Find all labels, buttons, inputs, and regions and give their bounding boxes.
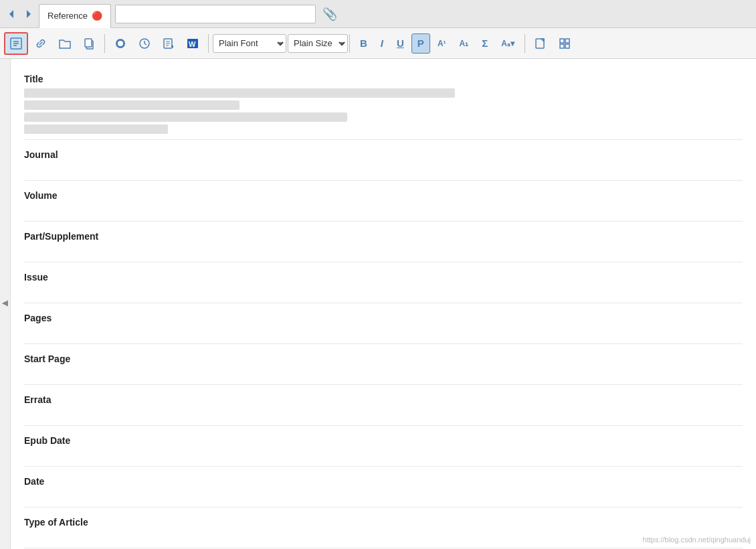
svg-text:W: W bbox=[189, 40, 196, 48]
field-label-epub_date: Epub Date bbox=[24, 435, 743, 446]
svg-rect-26 bbox=[565, 44, 569, 48]
back-button[interactable] bbox=[3, 7, 20, 21]
export-button[interactable] bbox=[529, 32, 552, 55]
italic-button[interactable]: I bbox=[375, 33, 389, 54]
redacted-content bbox=[24, 88, 743, 134]
watermark: https://blog.csdn.net/qinghuanduj bbox=[643, 536, 751, 544]
field-label-type_of_article: Type of Article bbox=[24, 517, 743, 528]
note-button[interactable] bbox=[157, 32, 180, 55]
field-value-start_page[interactable] bbox=[24, 368, 743, 382]
field-item-epub_date: Epub Date bbox=[24, 426, 743, 467]
main-content: ▶ TitleJournalVolumePart/SupplementIssue… bbox=[0, 59, 756, 549]
field-label-errata: Errata bbox=[24, 394, 743, 405]
field-item-date: Date bbox=[24, 467, 743, 507]
left-gutter: ▶ bbox=[0, 59, 11, 549]
word-button[interactable]: W bbox=[181, 32, 204, 55]
bold-button[interactable]: B bbox=[354, 33, 373, 54]
separator-3 bbox=[349, 34, 350, 53]
tab-icon: 🔴 bbox=[92, 11, 102, 21]
field-label-date: Date bbox=[24, 476, 743, 487]
field-label-start_page: Start Page bbox=[24, 354, 743, 364]
field-label-part_supplement: Part/Supplement bbox=[24, 231, 743, 242]
font-select[interactable]: Plain Font bbox=[213, 34, 286, 53]
field-value-issue[interactable] bbox=[24, 287, 743, 300]
underline-button[interactable]: U bbox=[391, 33, 410, 54]
content-area: TitleJournalVolumePart/SupplementIssuePa… bbox=[11, 59, 756, 549]
field-value-journal[interactable] bbox=[24, 164, 743, 177]
field-item-pages: Pages bbox=[24, 303, 743, 344]
field-value-date[interactable] bbox=[24, 491, 743, 504]
separator-1 bbox=[104, 34, 105, 53]
size-select[interactable]: Plain Size bbox=[288, 34, 348, 53]
tab-bar: Reference 🔴 📎 bbox=[0, 0, 756, 28]
svg-marker-0 bbox=[9, 10, 13, 18]
field-item-title: Title bbox=[24, 64, 743, 140]
layout-button[interactable] bbox=[553, 32, 576, 55]
paragraph-button[interactable]: P bbox=[411, 33, 430, 54]
attachment-icon[interactable]: 📎 bbox=[322, 7, 337, 21]
svg-line-12 bbox=[145, 44, 147, 45]
url-bar bbox=[115, 5, 316, 23]
field-value-part_supplement[interactable] bbox=[24, 246, 743, 259]
field-label-pages: Pages bbox=[24, 313, 743, 323]
new-reference-button[interactable] bbox=[4, 32, 28, 55]
svg-marker-1 bbox=[27, 10, 31, 18]
svg-rect-7 bbox=[85, 39, 92, 47]
link-button[interactable] bbox=[29, 32, 52, 55]
tab-label: Reference bbox=[48, 11, 88, 21]
svg-rect-24 bbox=[565, 39, 569, 43]
copy-button[interactable] bbox=[78, 32, 100, 55]
field-item-journal: Journal bbox=[24, 140, 743, 181]
field-item-errata: Errata bbox=[24, 385, 743, 426]
superscript-button[interactable]: A¹ bbox=[432, 33, 452, 54]
subscript-button[interactable]: A₁ bbox=[454, 33, 475, 54]
svg-rect-25 bbox=[560, 44, 564, 48]
field-label-journal: Journal bbox=[24, 149, 743, 160]
field-value-pages[interactable] bbox=[24, 327, 743, 341]
separator-4 bbox=[525, 34, 525, 53]
field-label-volume: Volume bbox=[24, 190, 743, 201]
collapse-arrow[interactable]: ▶ bbox=[2, 299, 8, 309]
forward-button[interactable] bbox=[20, 7, 37, 21]
field-label-title: Title bbox=[24, 74, 743, 84]
field-item-volume: Volume bbox=[24, 181, 743, 222]
svg-point-9 bbox=[118, 41, 123, 46]
folder-button[interactable] bbox=[54, 32, 76, 55]
field-value-volume[interactable] bbox=[24, 205, 743, 218]
field-item-type_of_article: Type of Article bbox=[24, 507, 743, 548]
field-item-start_page: Start Page bbox=[24, 344, 743, 385]
field-value-type_of_article[interactable] bbox=[24, 532, 743, 545]
aa-button[interactable]: Aₐ▾ bbox=[495, 33, 521, 54]
circle-button[interactable] bbox=[109, 32, 132, 55]
sigma-button[interactable]: Σ bbox=[476, 33, 494, 54]
field-value-epub_date[interactable] bbox=[24, 450, 743, 463]
svg-rect-23 bbox=[560, 39, 564, 43]
field-label-issue: Issue bbox=[24, 272, 743, 283]
field-item-part_supplement: Part/Supplement bbox=[24, 222, 743, 262]
reference-tab[interactable]: Reference 🔴 bbox=[39, 4, 111, 28]
field-item-issue: Issue bbox=[24, 262, 743, 303]
separator-2 bbox=[208, 34, 209, 53]
clock-button[interactable] bbox=[133, 32, 156, 55]
field-value-errata[interactable] bbox=[24, 409, 743, 422]
toolbar: W Plain Font Plain Size B I U P A¹ A₁ Σ … bbox=[0, 28, 756, 59]
